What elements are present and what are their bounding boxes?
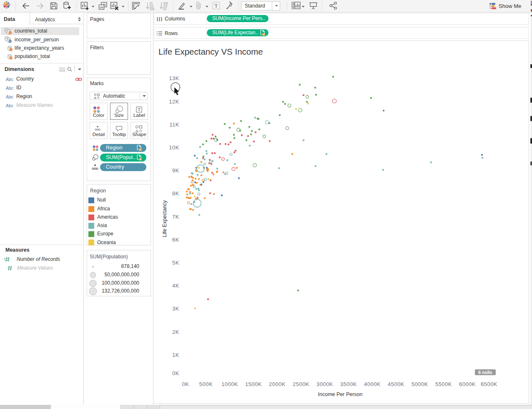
svg-text:T: T (138, 107, 140, 112)
svg-text:T: T (215, 3, 218, 9)
